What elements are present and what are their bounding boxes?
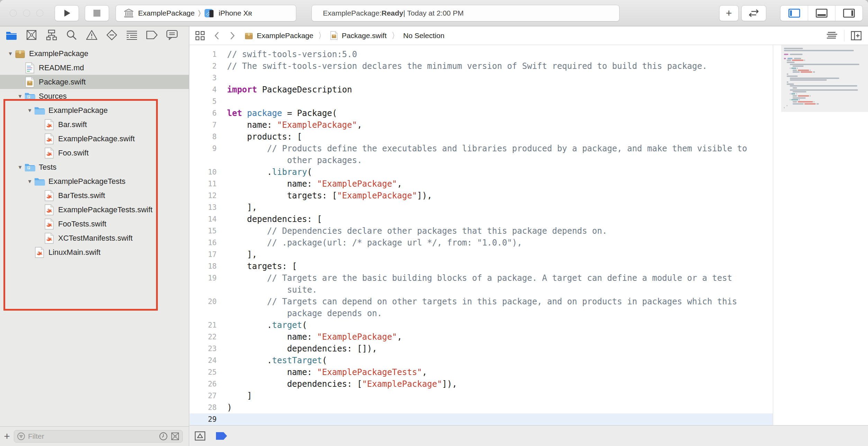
related-items-icon[interactable] [195,31,205,41]
panel-bottom-icon [816,9,828,18]
tree-item-label: XCTestManifests.swift [58,234,133,243]
disclosure-triangle-icon[interactable]: ▼ [26,178,34,184]
tree-item-tests[interactable]: ▼Tests [0,160,189,174]
code-line-19: 19 // Targets are the basic building blo… [190,272,773,284]
tree-item-xctestmanifests-swift[interactable]: XCTestManifests.swift [0,231,189,245]
minimap-line [813,71,815,73]
go-forward-button[interactable] [230,31,235,40]
run-button[interactable] [55,5,79,21]
navigator-tab-reports[interactable] [166,29,178,42]
tree-item-sources[interactable]: ▼Sources [0,89,189,103]
minimap-line [810,70,811,71]
minimap-line [784,50,854,51]
navigator-tab-tests[interactable] [106,29,118,42]
project-file-tree: ▼ExamplePackageREADME.mdPackage.swift▼So… [0,45,189,259]
minimap-line [787,62,795,63]
disclosure-triangle-icon[interactable]: ▼ [16,164,24,170]
disclosure-triangle-icon[interactable]: ▼ [6,51,15,56]
tree-item-footests-swift[interactable]: FooTests.swift [0,217,189,231]
minimap-line [793,103,804,105]
breakpoint-icon[interactable] [215,431,228,440]
navigator-tab-find[interactable] [65,29,78,42]
device-name: iPhone Xʀ [219,9,252,17]
tree-item-examplepackage-swift[interactable]: ExamplePackage.swift [0,132,189,146]
minimap-line [793,71,800,73]
disclosure-triangle-icon[interactable]: ▼ [16,93,24,99]
line-number: 21 [190,319,217,331]
navigator-tab-symbols[interactable] [45,29,57,42]
code-line-wrap: other packages. [190,154,773,166]
stop-button[interactable] [85,5,109,21]
filter-input[interactable]: Filter [14,430,183,443]
tree-item-examplepackage[interactable]: ▼ExamplePackage [0,46,189,61]
swift-icon [44,233,55,244]
tree-item-readme-md[interactable]: README.md [0,61,189,75]
disclosure-triangle-icon[interactable]: ▼ [26,107,34,113]
tree-item-label: Bar.swift [58,120,87,129]
line-number: 10 [190,166,217,178]
source-control-status-icon[interactable] [171,432,180,441]
close-window-button[interactable] [10,10,17,17]
source-code-editor[interactable]: 1// swift-tools-version:5.02// The swift… [190,45,773,425]
editor-options-icon[interactable] [826,31,838,40]
line-number: 5 [190,96,217,107]
navigator-tab-debug[interactable] [126,29,138,42]
minimap-line [787,105,787,106]
minimap-line [791,93,796,95]
breadcrumb-item-package-swift[interactable]: Package.swift [330,31,387,40]
version-editor-button[interactable] [741,5,766,21]
code-line-13: 13 ], [190,202,773,213]
tree-item-linuxmain-swift[interactable]: LinuxMain.swift [0,245,189,259]
recent-files-icon[interactable] [159,432,168,441]
tree-item-examplepackagetests-swift[interactable]: ExamplePackageTests.swift [0,203,189,217]
readme-icon [24,62,35,73]
code-line-21: 21 .target( [190,319,773,331]
minimap-line [793,97,806,99]
tree-item-bartests-swift[interactable]: BarTests.swift [0,188,189,203]
issues-icon [86,30,98,42]
minimap[interactable] [781,45,868,112]
tree-item-bar-swift[interactable]: Bar.swift [0,117,189,132]
navigator-tab-breakpoints[interactable] [146,29,158,42]
code-line-27: 27 ] [190,390,773,402]
status-time: | Today at 2:00 PM [403,9,463,17]
line-number [190,154,217,166]
navigator-tab-issues[interactable] [85,29,98,42]
toolbar: ExamplePackage 〉 iPhone Xʀ ExamplePackag… [0,0,868,26]
tree-item-package-swift[interactable]: Package.swift [0,75,189,89]
status-project: ExamplePackage: [323,9,381,17]
code-line-28: 28) [190,402,773,413]
line-number: 19 [190,272,217,284]
minimap-line [814,101,814,102]
code-line-16: 16 // .package(url: /* package url */, f… [190,237,773,249]
minimap-line [794,58,801,59]
breadcrumb-item-no-selection[interactable]: No Selection [403,32,444,40]
navigator-tab-project[interactable] [5,29,17,42]
breadcrumb-item-examplepackage[interactable]: ExamplePackage [244,31,313,40]
line-number: 24 [190,355,217,366]
tree-item-foo-swift[interactable]: Foo.swift [0,146,189,160]
folder-badge-icon [24,162,35,173]
tree-item-examplepackagetests[interactable]: ▼ExamplePackageTests [0,174,189,188]
zoom-window-button[interactable] [36,10,43,17]
scheme-selector[interactable]: ExamplePackage 〉 iPhone Xʀ [116,5,296,21]
code-line-current: 29 [190,413,773,425]
toggle-inspector-button[interactable] [835,6,862,21]
add-editor-button[interactable] [851,31,862,41]
navigator-tab-source-control[interactable] [25,29,37,42]
minimap-line [793,95,797,97]
toggle-debug-area-button[interactable] [808,6,835,21]
issues-toggle-icon[interactable] [195,431,206,441]
go-back-button[interactable] [214,31,219,40]
code-line-8: 8 products: [ [190,131,773,143]
toggle-navigator-button[interactable] [780,6,808,21]
tree-item-examplepackage[interactable]: ▼ExamplePackage [0,103,189,117]
tree-item-label: Tests [39,163,56,172]
package-doc-icon [24,77,35,88]
device-icon [204,8,215,18]
line-number: 4 [190,84,217,96]
add-library-button[interactable]: + [719,5,739,21]
minimap-line [790,54,803,55]
add-file-button[interactable]: + [0,430,14,442]
minimize-window-button[interactable] [23,10,30,17]
